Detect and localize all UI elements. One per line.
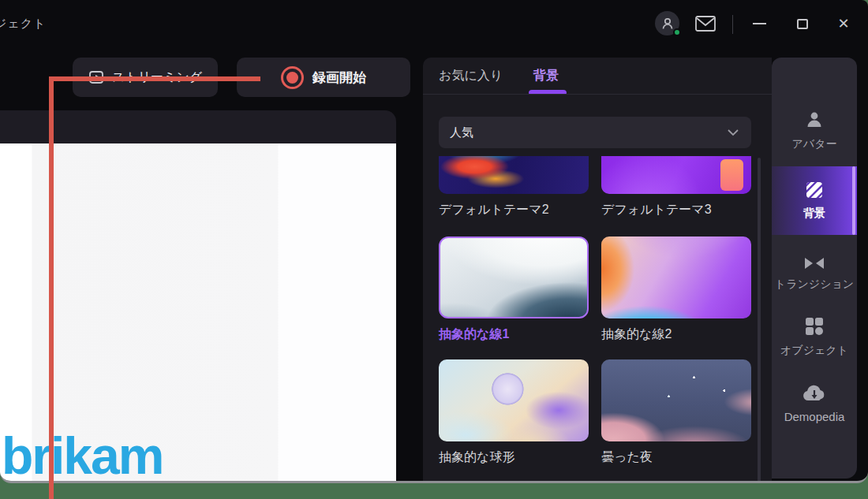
thumbnail-label: 抽象的な線1 — [439, 326, 589, 343]
thumbnail-image — [439, 236, 589, 318]
sidebar-item-label: トランジション — [775, 277, 854, 292]
window-title: ジェクト — [0, 17, 46, 32]
canvas-letterbox — [0, 110, 396, 143]
sidebar-item-label: Demopedia — [784, 410, 845, 423]
sort-dropdown[interactable]: 人気 — [439, 117, 751, 148]
thumbnail-label: デフォルトテーマ3 — [601, 202, 751, 218]
brand-watermark: brikam — [2, 426, 163, 481]
minimize-icon — [753, 23, 766, 24]
thumbnail-label: 抽象的な線2 — [601, 326, 751, 343]
sidebar-item-demopedia[interactable]: Demopedia — [772, 384, 857, 423]
annotation-line-horizontal — [49, 76, 260, 81]
titlebar-separator — [732, 15, 733, 34]
mail-icon — [695, 16, 716, 32]
record-label: 録画開始 — [312, 69, 366, 87]
preview-canvas: brikam — [0, 110, 396, 481]
sidebar-item-objects[interactable]: オブジェクト — [772, 316, 857, 358]
desktop-background: ジェクト ✕ ストリーミン — [0, 0, 868, 499]
sidebar-item-label: 背景 — [803, 207, 825, 221]
sort-dropdown-value: 人気 — [450, 125, 728, 140]
minimize-button[interactable] — [749, 14, 769, 33]
camera-preview: brikam — [0, 143, 396, 481]
sidebar-item-label: オブジェクト — [780, 344, 848, 358]
backgrounds-panel: お気に入り 背景 人気 デフォルトテーマ2 デフォルトテーマ3 — [423, 58, 772, 482]
sidebar-item-transition[interactable]: トランジション — [772, 256, 857, 292]
transition-icon — [804, 256, 825, 270]
start-recording-button[interactable]: 録画開始 — [237, 58, 410, 97]
online-status-dot — [673, 28, 681, 36]
category-sidebar: アバター 背景 — [772, 58, 857, 479]
background-thumbnail-cloudy-night[interactable]: 曇った夜 — [601, 359, 751, 466]
user-icon — [660, 17, 675, 31]
tabs-divider — [423, 94, 772, 95]
account-avatar[interactable] — [655, 11, 679, 35]
app-window: ジェクト ✕ ストリーミン — [0, 0, 868, 483]
scrollbar[interactable] — [758, 158, 761, 482]
thumbnail-image — [601, 359, 751, 441]
thumbnail-label: デフォルトテーマ2 — [439, 202, 589, 218]
selected-indicator-bar — [852, 166, 855, 235]
thumbnail-image — [601, 156, 751, 194]
background-thumbnail-default-theme-3[interactable]: デフォルトテーマ3 — [601, 156, 751, 218]
cloud-download-icon — [802, 384, 827, 403]
mail-button[interactable] — [695, 16, 716, 32]
objects-shapes-icon — [804, 316, 825, 337]
background-texture-icon — [805, 181, 824, 199]
annotation-line-vertical — [49, 76, 54, 499]
background-thumbnail-abstract-line-1[interactable]: 抽象的な線1 — [439, 236, 589, 343]
thumbnail-label: 抽象的な球形 — [439, 449, 589, 466]
background-thumbnail-abstract-sphere[interactable]: 抽象的な球形 — [439, 359, 589, 466]
maximize-button[interactable] — [792, 14, 813, 33]
thumbnail-label: 曇った夜 — [601, 449, 751, 466]
thumbnail-image — [439, 359, 589, 441]
sidebar-item-background[interactable]: 背景 — [772, 166, 857, 235]
maximize-icon — [797, 19, 808, 29]
sidebar-item-label: アバター — [792, 137, 837, 151]
background-thumbnail-default-theme-2[interactable]: デフォルトテーマ2 — [439, 156, 589, 218]
close-button[interactable]: ✕ — [832, 13, 855, 35]
chevron-down-icon — [728, 129, 739, 136]
thumbnail-image — [439, 156, 589, 194]
record-icon — [281, 66, 304, 89]
avatar-person-icon — [804, 110, 825, 130]
background-thumbnail-abstract-line-2[interactable]: 抽象的な線2 — [601, 236, 751, 343]
sidebar-item-avatar[interactable]: アバター — [772, 110, 857, 151]
thumbnail-image — [601, 236, 751, 318]
tab-backgrounds[interactable]: 背景 — [533, 68, 559, 84]
tab-favorites[interactable]: お気に入り — [439, 68, 503, 84]
